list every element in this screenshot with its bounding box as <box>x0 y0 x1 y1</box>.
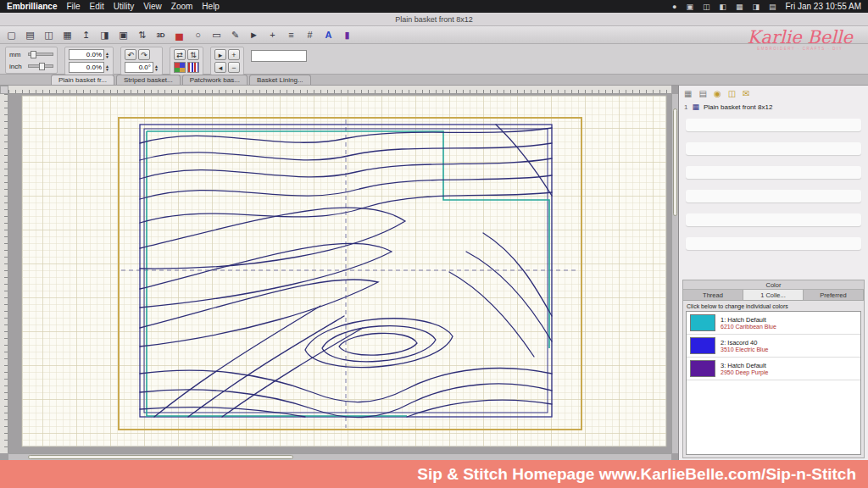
color-entry-title: 3: Hatch Default <box>721 362 768 369</box>
menu-item-file[interactable]: File <box>66 2 80 11</box>
color-entry-title: 1: Hatch Default <box>721 316 776 324</box>
promo-banner-text: Sip & Stitch Homepage www.KarlieBelle.co… <box>417 465 856 483</box>
objects-panel: ▦ ▤ ◉ ◫ ✉ 1 ▦ Plain basket front 8x12 C <box>678 86 868 460</box>
paste-icon[interactable]: ▣ <box>117 29 130 42</box>
properties-toolbar: mm inch ▲▼ ▲▼ ↶ ↷ <box>0 44 868 75</box>
color-grid-button[interactable] <box>174 62 186 73</box>
color-entry-1[interactable]: 1: Hatch Default 6210 Caribbean Blue <box>687 312 860 335</box>
pointer-icon[interactable]: ► <box>248 29 260 42</box>
vertical-scrollbar[interactable] <box>671 94 678 453</box>
panel-icon-row: ▦ ▤ ◉ ◫ ✉ <box>679 86 868 100</box>
measure-icon[interactable]: + <box>266 29 279 42</box>
design-canvas[interactable] <box>8 94 671 451</box>
tab-striped-basket[interactable]: Striped basket... <box>116 75 181 85</box>
ruler-corner <box>0 86 8 94</box>
color-tab-thread[interactable]: Thread <box>683 290 743 300</box>
color-swatch-caribbean-blue[interactable] <box>690 314 715 331</box>
nudge-plus-button[interactable]: + <box>228 49 240 60</box>
flip-group: ⇄ ⇅ <box>170 47 203 75</box>
lock-icon[interactable]: ◉ <box>714 89 721 98</box>
window-title: Plain basket front 8x12 <box>395 15 473 24</box>
tab-patchwork-basket[interactable]: Patchwork bas... <box>182 75 248 85</box>
print-icon[interactable]: ▦ <box>61 29 74 42</box>
scale-x-stepper[interactable]: ▲▼ <box>105 52 109 58</box>
scale-x-field[interactable] <box>69 49 104 60</box>
design-list-item[interactable]: 1 ▦ Plain basket front 8x12 <box>679 100 868 114</box>
letters-icon[interactable]: ⇅ <box>136 29 148 42</box>
color-swatch-electric-blue[interactable] <box>690 337 715 354</box>
menu-item-view[interactable]: View <box>143 2 162 11</box>
app-status-icon[interactable]: ▣ <box>686 3 693 11</box>
color-tab-preferred[interactable]: Preferred <box>804 290 864 300</box>
horizontal-scrollbar-thumb[interactable] <box>28 455 293 459</box>
list-row <box>686 142 861 155</box>
design-tool-icon[interactable]: ▮ <box>341 29 353 42</box>
stitch-bar-icon[interactable]: ▅ <box>173 29 186 42</box>
zoom-box-icon[interactable]: ▭ <box>210 29 223 42</box>
scale-y-field[interactable] <box>69 62 104 73</box>
battery-status-icon[interactable]: ▤ <box>769 3 776 11</box>
tab-plain-basket[interactable]: Plain basket fr... <box>51 75 114 85</box>
camera-icon[interactable]: ◫ <box>728 89 736 98</box>
copy-icon[interactable]: ◨ <box>98 29 111 42</box>
empty-list-rows <box>679 114 868 255</box>
scale-group: ▲▼ ▲▼ <box>64 47 114 75</box>
grid-view-icon[interactable]: ▦ <box>684 89 692 98</box>
rotate-ccw-button[interactable]: ↶ <box>125 49 136 60</box>
record-status-icon[interactable]: ● <box>672 3 676 11</box>
notes-icon[interactable]: ✉ <box>743 89 749 98</box>
menu-item-help[interactable]: Help <box>202 2 220 11</box>
horizontal-ruler <box>8 86 671 94</box>
edit-points-icon[interactable]: ✎ <box>229 29 242 42</box>
angle-stepper[interactable]: ▲▼ <box>154 64 159 71</box>
angle-field[interactable] <box>125 62 153 73</box>
main-area: ▦ ▤ ◉ ◫ ✉ 1 ▦ Plain basket front 8x12 C <box>0 86 868 460</box>
design-thumbnail-icon: ▦ <box>692 103 699 111</box>
color-entry-2[interactable]: 2: Isacord 40 3510 Electric Blue <box>687 335 860 358</box>
color-entry-3[interactable]: 3: Hatch Default 2950 Deep Purple <box>687 358 860 380</box>
scale-y-stepper[interactable]: ▲▼ <box>105 64 109 71</box>
color-swatch-deep-purple[interactable] <box>690 360 715 377</box>
menu-item-utility[interactable]: Utility <box>114 2 134 11</box>
inch-slider[interactable] <box>28 64 53 68</box>
save-icon[interactable]: ◫ <box>42 29 55 42</box>
mm-slider[interactable] <box>28 53 53 56</box>
wifi-status-icon[interactable]: ▦ <box>736 3 743 11</box>
nudge-minus-button[interactable]: − <box>228 62 240 73</box>
rotate-cw-button[interactable]: ↷ <box>138 49 150 60</box>
menu-clock[interactable]: Fri Jan 23 10:55 AM <box>786 2 862 11</box>
stitch-list-icon[interactable]: ≡ <box>285 29 298 42</box>
nudge-left-button[interactable]: ◂ <box>214 62 226 73</box>
design-label: Plain basket front 8x12 <box>704 103 772 111</box>
menu-item-zoom[interactable]: Zoom <box>171 2 193 11</box>
menu-app-name[interactable]: Embrilliance <box>7 2 57 11</box>
mm-label: mm <box>9 51 25 58</box>
open-file-icon[interactable]: ▤ <box>24 29 36 42</box>
menu-item-edit[interactable]: Edit <box>90 2 104 11</box>
color-panel-hint: Click below to change individual colors <box>683 301 864 311</box>
horizontal-scrollbar[interactable] <box>8 453 671 460</box>
zoom-icon[interactable]: ○ <box>192 29 204 42</box>
text-tool-icon[interactable]: A <box>322 29 335 42</box>
tab-basket-lining[interactable]: Basket Lining... <box>249 75 311 85</box>
vertical-ruler <box>0 94 8 453</box>
vertical-scrollbar-thumb[interactable] <box>673 108 677 216</box>
volume-status-icon[interactable]: ◨ <box>752 3 760 11</box>
nudge-right-button[interactable]: ▸ <box>214 49 226 60</box>
list-view-icon[interactable]: ▤ <box>698 89 706 98</box>
threed-view-icon[interactable]: 3D <box>154 29 167 42</box>
display-status-icon[interactable]: ◫ <box>703 3 710 11</box>
name-field[interactable] <box>251 50 307 62</box>
flip-vertical-button[interactable]: ⇅ <box>187 49 199 60</box>
nudge-group: ▸ + ◂ − <box>210 47 244 75</box>
canvas-area[interactable] <box>0 86 678 460</box>
design-number: 1 <box>684 103 687 111</box>
color-tab-collection[interactable]: 1 Colle... <box>743 290 804 300</box>
new-file-icon[interactable]: ▢ <box>5 29 18 42</box>
stitch-sequence-button[interactable] <box>187 62 199 73</box>
window-titlebar: Plain basket front 8x12 <box>0 13 868 26</box>
export-icon[interactable]: ↥ <box>80 29 92 42</box>
keyboard-status-icon[interactable]: ◧ <box>719 3 726 11</box>
flip-horizontal-button[interactable]: ⇄ <box>174 49 186 60</box>
grid-settings-icon[interactable]: # <box>303 29 316 42</box>
